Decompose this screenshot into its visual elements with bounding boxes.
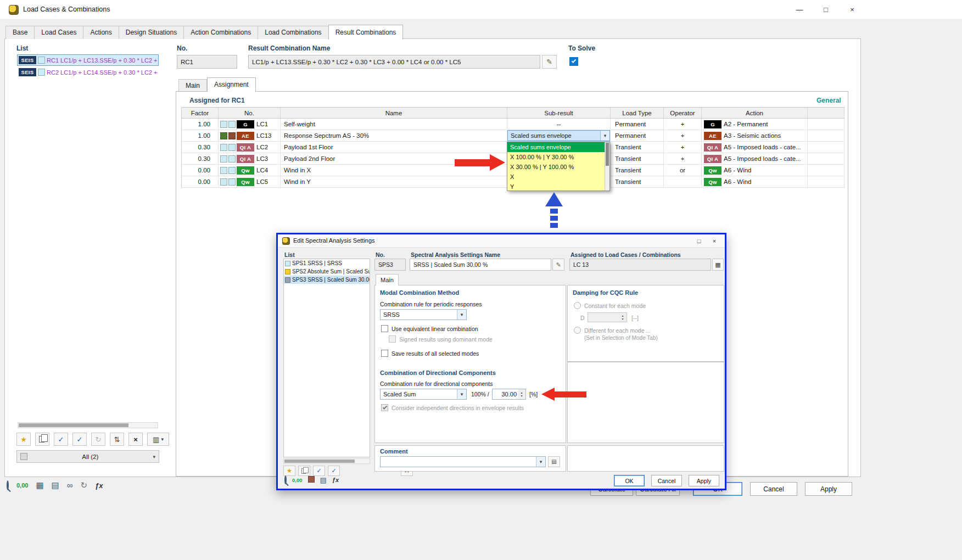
check-in-button[interactable]: ✓	[54, 433, 68, 446]
list-filter-dropdown[interactable]: All (2) ▾	[16, 450, 159, 463]
col-factor[interactable]: Factor	[182, 108, 219, 118]
dialog-edit-name-button[interactable]: ✎	[552, 259, 564, 271]
edit-name-button[interactable]: ✎	[542, 55, 557, 69]
refresh-icon: ↻	[81, 480, 88, 490]
list-item-rc1[interactable]: SEIS RC1 LC1/p + LC13.SSE/p + 0.30 * LC2…	[17, 54, 159, 66]
tab-design-situations[interactable]: Design Situations	[119, 26, 184, 39]
dialog-panel-button[interactable]: ▤	[320, 477, 327, 484]
dialog-check-in-button[interactable]: ✓	[313, 466, 325, 476]
sub-result-combobox[interactable]: Scaled sums envelope ▾	[507, 130, 610, 141]
check-list-icon: ✓	[331, 468, 336, 474]
tab-base[interactable]: Base	[5, 26, 35, 39]
dropdown-option-y[interactable]: Y	[507, 182, 609, 192]
percent-value: 30.00	[501, 391, 517, 397]
spin-down-icon[interactable]: ▾	[521, 394, 522, 397]
close-button[interactable]: ×	[839, 0, 865, 19]
find-button[interactable]	[7, 481, 9, 489]
checkbox[interactable]	[381, 325, 388, 332]
dropdown-option-x30-y100[interactable]: X 30.00 % | Y 100.00 %	[507, 162, 609, 172]
combobox-open-button[interactable]: ▾	[600, 131, 609, 141]
check-all-button[interactable]: ✓	[72, 433, 87, 446]
table-row-lc13[interactable]: 1.00 AE LC13 Response Sepctrum AS - 30% …	[182, 130, 844, 142]
decimals-button[interactable]: 0,00	[16, 481, 28, 489]
comment-insert-button[interactable]: ▤	[548, 456, 560, 467]
columns-view-button[interactable]: ▥ ▾	[147, 433, 169, 446]
sps-list-item-2[interactable]: SPS2 Absolute Sum | Scaled Sum 30.0	[284, 267, 370, 276]
dialog-apply-button[interactable]: Apply	[689, 475, 719, 486]
col-sub-result[interactable]: Sub-result	[507, 108, 611, 118]
combobox-open-button[interactable]: ▾	[536, 457, 545, 467]
tab-load-combinations[interactable]: Load Combinations	[258, 26, 328, 39]
copy-button[interactable]	[35, 433, 49, 446]
combobox-open-button[interactable]: ▾	[457, 389, 466, 399]
checkbox[interactable]	[381, 350, 388, 357]
table-row-lc1[interactable]: 1.00 G LC1 Self-weight -- Permanent + G …	[182, 119, 844, 130]
apply-button[interactable]: Apply	[805, 482, 852, 496]
app-icon	[9, 5, 19, 15]
red-arrow-to-percent-field	[541, 388, 589, 401]
dialog-close-button[interactable]: ×	[707, 236, 722, 247]
dialog-list-scrollbar[interactable]	[283, 458, 370, 464]
spinner-arrows[interactable]: ▴ ▾	[518, 389, 525, 399]
col-no[interactable]: No.	[219, 108, 281, 118]
directional-rule-combobox[interactable]: Scaled Sum ▾	[380, 389, 467, 400]
table-view-button[interactable]: ▦	[36, 481, 43, 490]
maximize-button[interactable]: □	[813, 0, 839, 19]
color-swatch	[285, 261, 290, 266]
tab-action-combinations[interactable]: Action Combinations	[183, 26, 258, 39]
dialog-check-all-button[interactable]: ✓	[328, 466, 340, 476]
col-name[interactable]: Name	[281, 108, 507, 118]
tab-load-cases[interactable]: Load Cases	[34, 26, 83, 39]
dialog-copy-button[interactable]	[298, 466, 310, 476]
no-field[interactable]: RC1	[177, 55, 237, 69]
delete-button[interactable]: ×	[128, 433, 143, 446]
comment-combobox[interactable]: ▾	[380, 456, 546, 467]
subtab-assignment[interactable]: Assignment	[207, 77, 256, 92]
dialog-assigned-browse-button[interactable]: ▦	[712, 259, 724, 271]
col-operator[interactable]: Operator	[664, 108, 702, 118]
dialog-color-button[interactable]	[308, 476, 315, 484]
dialog-maximize-button[interactable]: □	[692, 236, 706, 247]
list-horizontal-scrollbar[interactable]	[18, 422, 158, 428]
load-case-name: Response Sepctrum AS - 30%	[284, 132, 369, 139]
dropdown-option-scaled-sums-envelope[interactable]: Scaled sums envelope	[507, 142, 609, 152]
link-button[interactable]: ∞	[67, 481, 73, 490]
formula-button[interactable]: ƒx	[95, 481, 103, 490]
tab-result-combinations[interactable]: Result Combinations	[328, 25, 404, 40]
dialog-assigned-field[interactable]: LC 13	[569, 259, 711, 271]
dropdown-option-x100-y30[interactable]: X 100.00 % | Y 30.00 %	[507, 152, 609, 162]
refresh-button[interactable]: ↻	[91, 433, 105, 446]
tab-actions[interactable]: Actions	[83, 26, 119, 39]
list-item-rc2[interactable]: SEIS RC2 LC1/p + LC14.SSE/p + 0.30 * LC2…	[17, 66, 159, 78]
renumber-button[interactable]: ⇅	[110, 433, 124, 446]
col-action[interactable]: Action	[702, 108, 808, 118]
equivalent-linear-checkbox-row[interactable]: Use equivalent linear combination	[381, 325, 478, 332]
cancel-button[interactable]: Cancel	[750, 482, 797, 496]
save-results-checkbox-row[interactable]: Save results of all selected modes	[381, 350, 479, 357]
sps-list-item-1[interactable]: SPS1 SRSS | SRSS	[284, 259, 370, 267]
new-button[interactable]: ★	[16, 433, 31, 446]
dropdown-option-x[interactable]: X	[507, 172, 609, 182]
dialog-cancel-button[interactable]: Cancel	[651, 475, 682, 486]
dialog-name-field[interactable]: SRSS | Scaled Sum 30.00 %	[410, 259, 551, 271]
dialog-find-button[interactable]	[284, 477, 287, 483]
sps-list-item-3[interactable]: SPS3 SRSS | Scaled Sum 30.00 %	[284, 276, 370, 284]
dialog-ok-button[interactable]: OK	[614, 475, 645, 486]
dropdown-scrollbar[interactable]	[605, 142, 609, 191]
col-load-type[interactable]: Load Type	[611, 108, 664, 118]
dialog-fx-button[interactable]: ƒx	[332, 477, 339, 483]
refresh-relations-button[interactable]: ↻	[81, 481, 88, 490]
panel-view-button[interactable]: ▤	[52, 481, 59, 490]
dialog-tab-main[interactable]: Main	[376, 274, 399, 285]
subtab-main[interactable]: Main	[178, 79, 207, 92]
dialog-decimals-button[interactable]: 0,00	[292, 477, 303, 483]
result-combination-name-field[interactable]: LC1/p + LC13.SSE/p + 0.30 * LC2 + 0.30 *…	[248, 55, 540, 69]
scaled-sum-percent-field[interactable]: 30.00 ▴ ▾	[492, 389, 526, 400]
dialog-no-field[interactable]: SPS3	[374, 259, 406, 271]
minimize-button[interactable]: —	[786, 0, 813, 19]
dialog-new-button[interactable]: ★	[283, 466, 295, 476]
name-field-value: LC1/p + LC13.SSE/p + 0.30 * LC2 + 0.30 *…	[252, 59, 461, 65]
combobox-open-button[interactable]: ▾	[457, 310, 466, 320]
periodic-rule-combobox[interactable]: SRSS ▾	[380, 309, 467, 320]
to-solve-checkbox[interactable]	[569, 57, 578, 66]
